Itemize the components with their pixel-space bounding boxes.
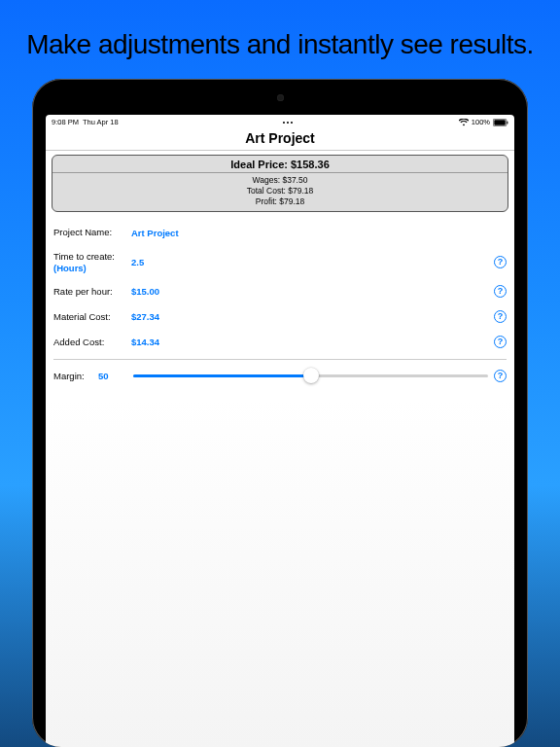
time-unit-label: (Hours) <box>53 263 87 273</box>
help-icon[interactable]: ? <box>494 256 507 268</box>
status-time: 9:08 PM <box>52 118 79 126</box>
summary-panel: Ideal Price: $158.36 Wages: $37.50 Total… <box>52 155 508 212</box>
multitask-handle[interactable]: ••• <box>119 119 459 125</box>
time-label-text: Time to create: <box>53 251 115 262</box>
row-time-to-create: Time to create: (Hours) 2.5 ? <box>53 245 507 279</box>
slider-thumb[interactable] <box>303 368 319 383</box>
row-added-cost: Added Cost: $14.34 ? <box>53 330 507 355</box>
battery-icon <box>493 119 508 126</box>
help-icon[interactable]: ? <box>494 370 507 382</box>
slider-fill <box>133 374 311 377</box>
margin-label: Margin: <box>53 371 92 381</box>
device-frame: 9:08 PM Thu Apr 18 ••• 100% Art Project … <box>32 79 528 747</box>
rate-label: Rate per hour: <box>53 286 129 297</box>
row-project-name: Project Name: Art Project <box>53 220 507 245</box>
margin-value: 50 <box>92 371 122 381</box>
status-date: Thu Apr 18 <box>83 118 119 126</box>
svg-rect-2 <box>507 121 508 124</box>
row-margin: Margin: 50 ? <box>53 363 507 388</box>
status-bar: 9:08 PM Thu Apr 18 ••• 100% <box>46 115 514 128</box>
marketing-headline: Make adjustments and instantly see resul… <box>26 27 534 61</box>
help-icon[interactable]: ? <box>494 336 507 348</box>
material-input[interactable]: $27.34 <box>129 311 159 322</box>
rate-input[interactable]: $15.00 <box>129 286 159 297</box>
added-cost-input[interactable]: $14.34 <box>129 337 159 347</box>
material-label: Material Cost: <box>53 311 129 322</box>
wages-line: Wages: $37.50 <box>52 175 508 186</box>
time-input[interactable]: 2.5 <box>129 257 144 267</box>
row-rate-per-hour: Rate per hour: $15.00 ? <box>53 279 507 304</box>
form: Project Name: Art Project Time to create… <box>46 216 514 392</box>
added-cost-label: Added Cost: <box>53 337 129 347</box>
divider <box>53 359 507 360</box>
row-material-cost: Material Cost: $27.34 ? <box>53 304 507 330</box>
help-icon[interactable]: ? <box>494 285 507 298</box>
time-label: Time to create: (Hours) <box>53 251 129 273</box>
page-title: Art Project <box>46 128 514 151</box>
svg-rect-1 <box>494 120 506 124</box>
margin-slider[interactable] <box>133 374 488 377</box>
help-icon[interactable]: ? <box>494 310 507 323</box>
project-name-label: Project Name: <box>53 227 129 237</box>
project-name-input[interactable]: Art Project <box>129 228 179 238</box>
total-cost-line: Total Cost: $79.18 <box>52 186 508 196</box>
battery-percent: 100% <box>472 118 490 126</box>
app-screen: 9:08 PM Thu Apr 18 ••• 100% Art Project … <box>46 115 514 747</box>
wifi-icon <box>459 119 469 126</box>
profit-line: Profit: $79.18 <box>52 196 508 207</box>
ideal-price-label: Ideal Price: $158.36 <box>52 159 508 173</box>
device-camera <box>277 94 284 101</box>
